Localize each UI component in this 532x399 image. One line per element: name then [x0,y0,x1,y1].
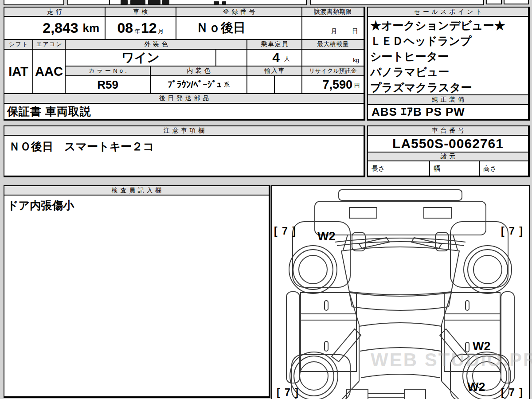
chassis-header: 車台番号 [368,126,529,136]
recycle-unit: 円 [354,82,360,90]
shift-code: IAT [8,64,28,79]
inspection-header: 車検 [106,8,176,17]
inspector-text: ドア内張傷小 [7,198,74,213]
cropped-top-cell [4,0,64,5]
sales-point-item: パノラマビュー [370,64,505,80]
spec-width-label: 幅 [434,164,440,173]
exterior-color-header-label: 外装色 [142,40,170,48]
color-no-code: R59 [97,78,118,92]
exterior-color-name: ワイン [121,50,160,66]
damage-code-w2: W2 [317,230,336,243]
rear-bumper-right [404,389,426,399]
sales-points-list: ★オークションデビュー★ ＬＥＤヘッドランプ シートヒーター パノラマビュー プ… [368,17,529,95]
aircon-code: AAC [35,64,63,79]
notes-header: 注意事項欄 [4,126,364,136]
spec-header: 諸元 [368,153,529,161]
shift-header-label: シフト [8,40,28,48]
cropped-text-fragment [162,0,169,4]
sales-point-item: ★オークションデビュー★ [370,18,505,33]
inspection-header-label: 車検 [131,8,151,16]
car-diagram-box: WEB STUDIO.PRO [ 7 ] [ 7 ] [ 7 ] [ 7 ] W… [271,185,530,399]
inspector-header: 検査員記入欄 [4,186,270,196]
aircon-header: エアコン [33,40,66,50]
max-load-unit: kg [353,57,359,63]
mileage-header: 走行 [4,8,106,17]
inspection-value: 08 年 12 月 [106,17,176,40]
registration-header: 登録番号 [176,8,302,17]
inspector-box: 検査員記入欄 ドア内張傷小 [4,185,270,398]
interior-color-suffix: 系 [224,81,230,89]
notes-box: 注意事項欄 ＮＯ後日 スマートキー２コ [4,125,365,177]
capacity-number: 4 [272,50,280,65]
capacity-unit: 人 [284,55,290,63]
deadline-value: 月 日 [302,17,364,40]
recycle-header: リサイクル預託金 [302,66,364,76]
aircon-value: AAC [33,50,66,94]
cropped-top-cell [486,0,502,4]
capacity-header: 乗車定員 [247,40,302,50]
chassis-value: LA550S-0062761 [368,136,529,153]
later-parts-text: 保証書 車両取説 [7,104,91,119]
interior-color-value: ﾌﾞﾗｳﾝ/ﾍﾞｰｼﾞｭ 系 [151,76,247,94]
inspector-value: ドア内張傷小 [4,196,270,397]
spec-width-cell: 幅 [430,161,480,176]
recycle-amount: 7,590 [322,78,352,92]
notes-value: ＮＯ後日 スマートキー２コ [4,136,364,176]
damage-code-w2: W2 [467,380,485,394]
sill-left [286,292,300,383]
corner-grade-mark: [ 7 ] [274,225,297,237]
import-header: 輸入車 [247,66,302,76]
corner-grade-mark: [ 7 ] [277,387,299,399]
exterior-color-empty-cell [216,50,247,66]
mileage-number: 2,843 [43,20,78,36]
import-value-cell-right [275,76,302,94]
later-parts-header: 後日発送部品 [4,94,364,104]
aircon-header-label: エアコン [35,40,63,48]
later-parts-value: 保証書 車両取説 [4,104,364,120]
shift-value: IAT [4,50,33,94]
inspection-year-unit: 年 [134,27,140,35]
recycle-value: 7,590 円 [302,76,364,94]
cropped-text-fragment [130,0,145,4]
cropped-top-cell [504,0,529,4]
capacity-header-label: 乗車定員 [260,40,289,48]
front-wheel-right [464,246,512,293]
corner-grade-mark: [ 7 ] [501,225,524,237]
deadline-month-label: 月 [331,27,337,35]
later-parts-header-label: 後日発送部品 [156,94,211,102]
cropped-text-fragment [222,1,226,4]
inspector-header-label: 検査員記入欄 [109,187,164,195]
equipment-header-label: 純正装備 [430,96,467,104]
chassis-box: 車台番号 LA550S-0062761 諸元 長さ 幅 高さ [367,125,530,177]
capacity-value: 4 人 [247,50,302,66]
inspection-year: 08 [117,20,133,36]
vehicle-spec-table: 走行 車検 登録番号 譲渡書類期限 2,843 km 08 年 12 月 Ｎｏ後… [4,7,365,121]
interior-color-name: ﾌﾞﾗｳﾝ/ﾍﾞｰｼﾞｭ [168,79,221,90]
chassis-header-label: 車台番号 [430,127,467,135]
equipment-header: 純正装備 [368,95,529,105]
equipment-text: ABS ｴｱB PS PW [372,105,465,119]
color-no-value: R59 [66,76,151,94]
color-no-header: カラーNo. [66,66,151,76]
door-handle [466,301,469,310]
sales-points-header: セールスポイント [368,8,529,17]
registration-number: Ｎｏ後日 [196,20,246,36]
interior-color-header: 内装色 [151,66,247,76]
notes-text: ＮＯ後日 スマートキー２コ [9,139,154,154]
mileage-unit: km [82,21,99,35]
deadline-header: 譲渡書類期限 [302,8,364,17]
mileage-value: 2,843 km [4,17,106,40]
door-handle [325,301,328,310]
sales-point-item: ＬＥＤヘッドランプ [370,33,505,49]
corner-grade-mark: [ 7 ] [501,387,524,399]
mileage-header-label: 走行 [45,8,65,16]
door-handle [325,341,328,351]
exterior-color-header: 外装色 [66,40,247,50]
max-load-header-label: 最大積載量 [317,40,348,48]
front-wheel-left [289,246,337,293]
interior-color-header-label: 内装色 [184,67,213,75]
cropped-text-fragment [214,1,219,4]
equipment-value: ABS ｴｱB PS PW [368,105,529,120]
damage-code-w2: W2 [473,340,491,353]
spec-height-cell: 高さ [480,161,529,176]
